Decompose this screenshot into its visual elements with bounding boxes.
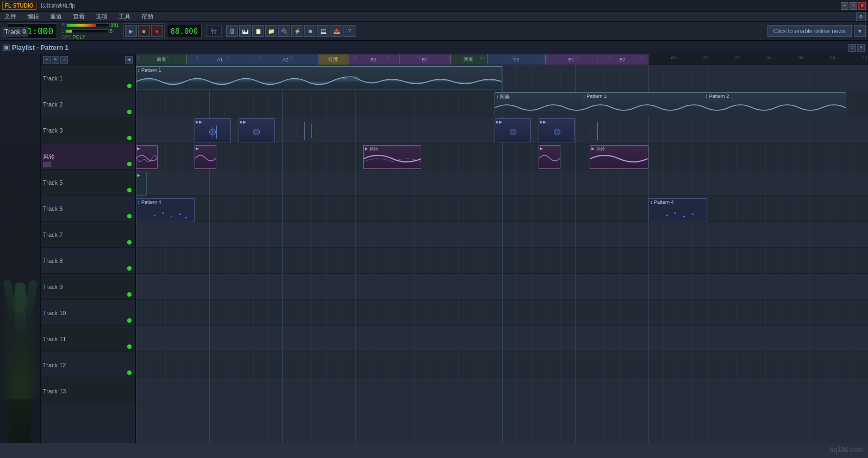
wind-waveform1	[136, 150, 157, 166]
bpm-display: 88.000	[167, 24, 202, 38]
peak-r: 981	[111, 22, 119, 28]
track-name-2: Track 2	[43, 101, 133, 108]
menu-channel[interactable]: 通道	[48, 12, 64, 21]
note2	[216, 126, 217, 139]
pattern-track3-1[interactable]: ▶▶	[195, 118, 231, 142]
minimize-button[interactable]: ─	[841, 2, 848, 10]
track-note-btn[interactable]: ♪	[60, 56, 68, 64]
track-active-9	[127, 292, 132, 297]
pattern-label-2a: ↕ 阿奏	[496, 93, 510, 101]
pattern-track6-2[interactable]: ↕ Pattern 4	[648, 198, 707, 222]
track-list-btn[interactable]: ≡	[52, 56, 59, 64]
record2-icon[interactable]: ⏺	[304, 25, 316, 37]
wind-waveform2	[195, 150, 216, 166]
news-dropdown[interactable]: ▼	[854, 25, 866, 37]
pattern-track3-4[interactable]: ▶▶	[539, 118, 575, 142]
track-name-8: Track 8	[43, 258, 133, 264]
midi-dot3	[171, 216, 172, 217]
t5-icon: ▶	[137, 173, 140, 178]
browser-icon[interactable]: 📁	[265, 25, 277, 37]
note-bar3	[311, 124, 312, 138]
pattern-label-1: ↕ Pattern 1	[138, 67, 161, 73]
title-bar: FL STUDIO 以往的铁轨.flp ─ □ ✕	[0, 0, 868, 12]
menu-file[interactable]: 文件	[2, 12, 18, 21]
online-news-button[interactable]: Click to enable online news	[767, 25, 852, 37]
menu-edit[interactable]: 编辑	[25, 12, 41, 21]
playlist-grid-wrapper[interactable]: 前奏 A1 A2 过渡 B1 B2 间奏 A2 B1 B2 1 5 9 13 1…	[136, 54, 868, 443]
menu-options[interactable]: 选项	[93, 12, 110, 21]
menu-view[interactable]: 查看	[71, 12, 87, 21]
piano-roll-icon[interactable]: 🎹	[239, 25, 251, 37]
p3-icon1: ▶▶	[196, 120, 202, 124]
midi-dot5	[185, 217, 187, 218]
track-active-3	[127, 136, 132, 140]
track-9-label-top: Track 9	[2, 27, 28, 37]
playlist-title: Playlist - Pattern 1	[12, 44, 68, 52]
section-a2-2: A2	[488, 54, 546, 65]
note-dot3	[510, 129, 516, 135]
menu-tools[interactable]: 工具	[116, 12, 133, 21]
cpu-icon[interactable]: 💻	[317, 25, 329, 37]
play-button[interactable]: ▶	[125, 25, 137, 37]
export-icon[interactable]: 📤	[330, 25, 342, 37]
midi-dot4	[179, 214, 181, 215]
close-button[interactable]: ✕	[858, 2, 866, 10]
p3-icon3: ▶▶	[496, 120, 502, 124]
track-row-13: Track 13	[41, 378, 135, 404]
track-add-btn[interactable]: +	[43, 56, 51, 64]
pattern-wind-5[interactable]: ▶ 风铃	[590, 145, 648, 169]
pattern-track2-main[interactable]: ↕ 阿奏 ↕ Pattern 1 ↕ Pattern 2	[495, 92, 846, 116]
midi-dot9	[692, 214, 694, 215]
section-outro: 间奏	[451, 54, 487, 65]
pattern-wind-2[interactable]: ▶	[195, 145, 216, 169]
section-b2-2: B2	[597, 54, 648, 65]
pattern-wind-3[interactable]: ▶ 风铃	[363, 145, 422, 169]
fl-logo: FL STUDIO	[2, 2, 36, 10]
track-row-8: Track 8	[41, 248, 135, 274]
file-title: 以往的铁轨.flp	[41, 2, 75, 10]
track-name-1: Track 1	[43, 75, 133, 81]
playlist-close[interactable]: ✕	[857, 44, 865, 52]
track-name-7: Track 7	[43, 231, 133, 238]
track-active-12	[127, 371, 132, 375]
waveform-2a	[495, 101, 846, 115]
playlist-icon[interactable]: 📋	[252, 25, 264, 37]
playlist-expand[interactable]: □	[848, 44, 856, 52]
pattern-track6-1[interactable]: ↕ Pattern 4	[136, 198, 195, 222]
section-intro: 前奏	[136, 54, 187, 65]
playlist-icon2[interactable]: ▦	[3, 45, 10, 51]
note-dot4	[554, 129, 560, 135]
pattern-track3-3[interactable]: ▶▶	[495, 118, 531, 142]
help2-icon[interactable]: ?	[344, 25, 355, 37]
note-bar2	[304, 122, 305, 140]
pattern-wind-1[interactable]: ▶	[136, 145, 158, 169]
track-name-3: Track 3	[43, 127, 133, 134]
playlist-grid[interactable]: ↕ Pattern 1 ↕ 阿奏 ↕ Patter	[136, 65, 868, 443]
track-name-5: Track 5	[43, 179, 133, 186]
plugin-icon[interactable]: 🔌	[278, 25, 290, 37]
pattern-track3-2[interactable]: ▶▶	[239, 118, 275, 142]
note-bar1	[297, 123, 297, 139]
record-button[interactable]: ●	[151, 25, 163, 37]
midi-dot8	[683, 216, 685, 217]
track-row-12: Track 12	[41, 352, 135, 378]
pattern-track1-main[interactable]: ↕ Pattern 1	[136, 66, 502, 90]
mixer-icon[interactable]: 🎛	[226, 25, 238, 37]
settings-button[interactable]: ⚙	[856, 12, 866, 21]
pattern-track5-1[interactable]: ▶	[136, 172, 147, 196]
track-row-1: Track 1	[41, 65, 135, 91]
track-active-1	[127, 84, 132, 88]
track-scroll-left[interactable]: ◀	[125, 56, 133, 64]
track-icon-4: ♪	[43, 162, 51, 167]
track-controls-header: + ≡ ♪ ◀	[41, 54, 135, 65]
p3-icon2: ▶▶	[240, 120, 246, 124]
maximize-button[interactable]: □	[850, 2, 857, 10]
effects-icon[interactable]: ⚡	[291, 25, 303, 37]
pattern-wind-4[interactable]: ▶	[539, 145, 560, 169]
waveform-1	[136, 74, 502, 89]
menu-help[interactable]: 帮助	[139, 12, 155, 21]
playlist-header: ▦ Playlist - Pattern 1 □ ✕	[0, 41, 868, 54]
section-a1-1: A1	[187, 54, 253, 65]
stop-button[interactable]: ■	[138, 25, 150, 37]
track-name-4: 风铃	[43, 153, 133, 161]
